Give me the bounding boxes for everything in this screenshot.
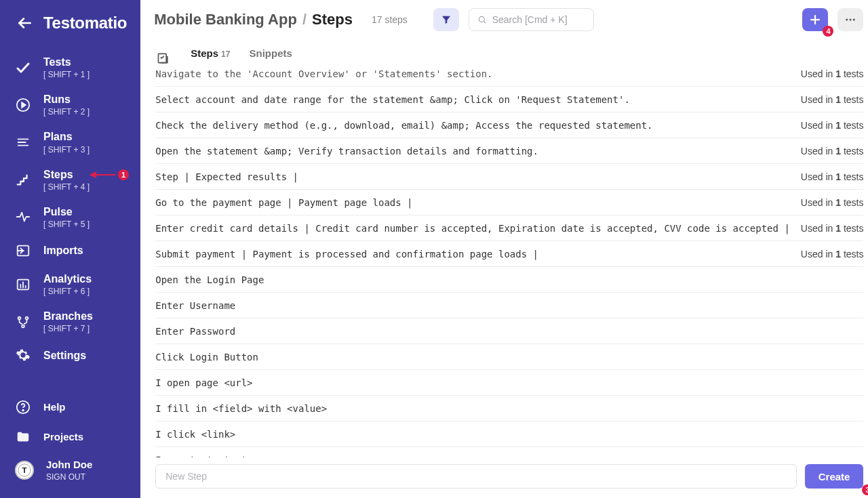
steps-list: Navigate to the 'Account Overview' or 'S… [140, 69, 868, 457]
sidebar-item-imports[interactable]: Imports [0, 236, 140, 266]
step-used-count: Used in 1 tests [801, 171, 864, 182]
step-used-count: Used in 1 tests [801, 146, 864, 157]
step-text: Enter Password [155, 326, 235, 337]
sidebar-user[interactable]: T John Doe SIGN OUT [0, 452, 140, 489]
more-icon [844, 14, 856, 26]
step-text: Submit payment | Payment is processed an… [155, 249, 538, 260]
topbar: Mobile Banking App / Steps 17 steps 4 [140, 0, 868, 31]
svg-point-14 [22, 325, 24, 327]
step-text: I fill in <field> with <value> [155, 403, 327, 414]
steps-count-pill: 17 steps [372, 14, 408, 25]
sidebar-item-settings[interactable]: Settings [0, 340, 140, 370]
step-text: Go to the payment page | Payment page lo… [155, 197, 412, 208]
step-row[interactable]: Open the statement &amp; Verify transact… [155, 138, 863, 164]
signout-label[interactable]: SIGN OUT [46, 472, 92, 482]
sidebar-help[interactable]: Help [0, 392, 140, 422]
annotation-arrow-steps: 1 [90, 169, 129, 180]
help-icon [15, 399, 31, 415]
sidebar-item-analytics[interactable]: Analytics[ SHIFT + 6 ] [0, 266, 140, 303]
sidebar-item-shortcut: [ SHIFT + 2 ] [43, 107, 90, 117]
create-button[interactable]: Create [805, 464, 864, 489]
sidebar-item-shortcut: [ SHIFT + 4 ] [43, 182, 90, 192]
sidebar-item-label: Settings [43, 349, 86, 362]
step-row[interactable]: Open the Login Page [155, 267, 863, 293]
tabs: Steps17 Snippets [140, 31, 868, 69]
sidebar-item-shortcut: [ SHIFT + 3 ] [43, 145, 90, 154]
sidebar-item-shortcut: [ SHIFT + 7 ] [43, 324, 93, 333]
step-row[interactable]: Check the delivery method (e.g., downloa… [155, 112, 863, 138]
step-row[interactable]: Step | Expected results |Used in 1 tests [155, 164, 863, 190]
sidebar-item-tests[interactable]: Tests[ SHIFT + 1 ] [0, 49, 140, 86]
step-row[interactable]: Go to the payment page | Payment page lo… [155, 190, 863, 215]
import-icon [15, 243, 31, 259]
sidebar-item-runs[interactable]: Runs[ SHIFT + 2 ] [0, 86, 140, 123]
search-input-wrap[interactable] [469, 8, 594, 31]
sidebar-item-label: Imports [43, 244, 83, 257]
pulse-icon [15, 209, 31, 225]
new-step-input[interactable] [155, 464, 797, 489]
search-input[interactable] [492, 14, 585, 25]
annotation-badge-1: 1 [118, 169, 129, 180]
sidebar-item-label: Tests [43, 56, 90, 68]
sidebar-item-pulse[interactable]: Pulse[ SHIFT + 5 ] [0, 199, 140, 236]
filter-button[interactable] [433, 8, 459, 31]
svg-point-27 [853, 19, 855, 21]
checklist-icon[interactable] [155, 50, 172, 66]
svg-point-26 [850, 19, 852, 21]
step-used-count: Used in 1 tests [801, 197, 864, 208]
svg-point-16 [22, 410, 24, 411]
step-text: Open the Login Page [155, 274, 264, 285]
help-label: Help [43, 401, 66, 413]
user-avatar-icon: T [15, 461, 34, 480]
breadcrumb-project[interactable]: Mobile Banking App [154, 11, 297, 28]
branch-icon [15, 314, 31, 330]
add-button[interactable]: 4 [802, 8, 828, 31]
step-used-count: Used in 1 tests [801, 249, 864, 260]
annotation-badge-3: 3 [862, 484, 868, 495]
sidebar: Testomatio Tests[ SHIFT + 1 ]Runs[ SHIFT… [0, 0, 140, 498]
sidebar-item-label: Runs [43, 93, 90, 106]
back-icon[interactable] [15, 14, 34, 33]
step-used-count: Used in 1 tests [801, 94, 864, 105]
check-icon [15, 60, 31, 76]
step-row[interactable]: Enter Password [155, 318, 863, 344]
projects-label: Projects [43, 431, 83, 443]
step-row[interactable]: Click Login Button [155, 344, 863, 370]
step-row[interactable]: I click <link> [155, 421, 863, 447]
step-used-count: Used in 1 tests [801, 69, 864, 79]
svg-point-25 [846, 19, 848, 21]
step-row[interactable]: I see text <text> [155, 447, 863, 457]
tab-snippets[interactable]: Snippets [249, 47, 292, 68]
more-button[interactable] [837, 8, 863, 31]
step-row[interactable]: Navigate to the 'Account Overview' or 'S… [155, 69, 863, 87]
step-text: Check the delivery method (e.g., downloa… [155, 120, 652, 131]
stairs-icon [15, 171, 31, 188]
step-text: Step | Expected results | [155, 171, 298, 182]
step-used-count: Used in 1 tests [801, 223, 864, 234]
svg-text:T: T [22, 465, 26, 474]
step-used-count: Used in 1 tests [801, 120, 864, 131]
step-row[interactable]: Enter Username [155, 293, 863, 318]
step-row[interactable]: Submit payment | Payment is processed an… [155, 241, 863, 267]
step-text: Enter credit card details | Credit card … [155, 223, 790, 234]
sidebar-item-branches[interactable]: Branches[ SHIFT + 7 ] [0, 303, 140, 340]
brand-title: Testomatio [43, 14, 127, 33]
sidebar-item-label: Branches [43, 310, 93, 323]
svg-marker-2 [22, 102, 26, 107]
sidebar-item-label: Steps [43, 168, 90, 181]
user-name: John Doe [46, 459, 92, 471]
step-row[interactable]: I fill in <field> with <value> [155, 396, 863, 421]
step-row[interactable]: Enter credit card details | Credit card … [155, 215, 863, 241]
sidebar-item-plans[interactable]: Plans[ SHIFT + 3 ] [0, 123, 140, 161]
sidebar-projects[interactable]: Projects [0, 422, 140, 452]
step-text: I open page <url> [155, 377, 252, 388]
step-row[interactable]: Select account and date range for the st… [155, 87, 863, 112]
sidebar-item-shortcut: [ SHIFT + 6 ] [43, 287, 92, 296]
step-text: Click Login Button [155, 352, 258, 362]
chart-icon [15, 276, 31, 293]
svg-marker-20 [90, 171, 96, 178]
tab-steps[interactable]: Steps17 [191, 47, 230, 68]
search-icon [477, 14, 487, 25]
breadcrumb: Mobile Banking App / Steps [154, 11, 353, 28]
step-row[interactable]: I open page <url> [155, 370, 863, 396]
